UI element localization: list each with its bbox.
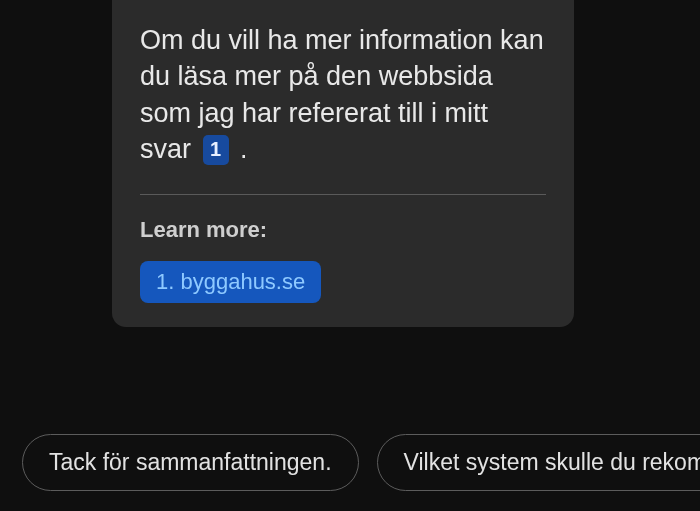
learn-more-label: Learn more:: [140, 217, 546, 243]
assistant-message-card: Om du vill ha mer information kan du läs…: [112, 0, 574, 327]
divider: [140, 194, 546, 195]
suggestion-chip[interactable]: Tack för sammanfattningen.: [22, 434, 359, 491]
message-text: Om du vill ha mer information kan du läs…: [140, 0, 546, 186]
suggestion-chip[interactable]: Vilket system skulle du rekomm: [377, 434, 700, 491]
citation-badge[interactable]: 1: [203, 135, 229, 165]
source-link[interactable]: 1. byggahus.se: [140, 261, 321, 303]
suggestions-row: Tack för sammanfattningen. Vilket system…: [22, 434, 700, 491]
message-text-part: Om du vill ha mer information kan du läs…: [140, 25, 544, 164]
message-text-part: .: [233, 134, 248, 164]
